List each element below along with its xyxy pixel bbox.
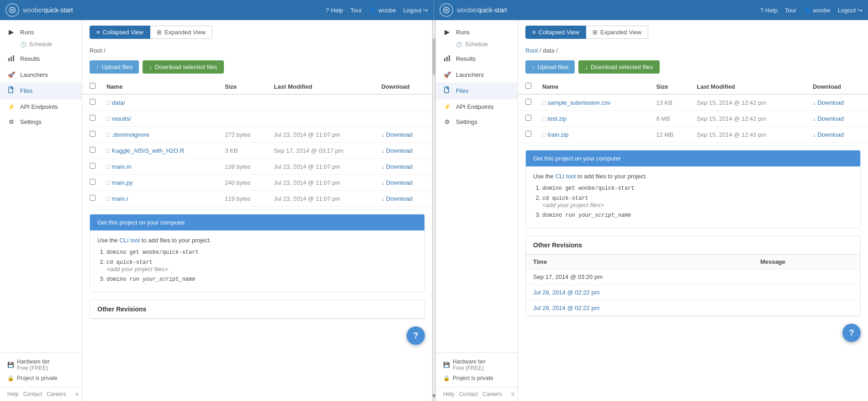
lock-icon-right: 🔒 [443, 375, 450, 381]
cli-tool-link-right[interactable]: CLI tool [555, 173, 576, 180]
sidebar-item-runs-left[interactable]: ▶ Runs [0, 24, 82, 40]
footer-contact-left[interactable]: Contact [23, 391, 42, 397]
file-link[interactable]: main.py [112, 179, 133, 186]
nav-tour-right[interactable]: Tour [785, 7, 796, 14]
nav-tour-left[interactable]: Tour [350, 7, 362, 14]
sidebar-item-launchers-right[interactable]: 🚀 Launchers [436, 67, 518, 82]
file-link[interactable]: sample_submission.csv [548, 99, 610, 106]
revision-row: Sep 17, 2014 @ 03:20 pm [526, 269, 860, 285]
footer-help-left[interactable]: Help [7, 391, 19, 397]
download-sel-btn-right[interactable]: ↓ Download selected files [578, 60, 659, 74]
file-link[interactable]: Kaggle_AfSIS_with_H2O.R [112, 147, 184, 154]
col-name-left: Name [101, 79, 219, 94]
cli-tool-link-left[interactable]: CLI tool [119, 237, 140, 244]
sidebar-item-settings-left[interactable]: ⚙ Settings [0, 114, 82, 129]
help-bubble-left[interactable]: ? [407, 326, 425, 345]
menu-icon-right[interactable]: ≡ [511, 391, 514, 397]
file-link[interactable]: test.zip [548, 115, 566, 122]
nav-help-right[interactable]: ? Help [760, 7, 778, 14]
api-label-right: API Endpoints [456, 103, 493, 110]
nav-logout-left[interactable]: Logout ↪ [403, 7, 428, 14]
file-link[interactable]: train.zip [548, 131, 569, 138]
runs-label-left: Runs [20, 29, 34, 36]
file-size: 119 bytes [219, 191, 268, 207]
schedule-icon-left: 🕐 [20, 42, 26, 48]
download-link[interactable]: ↓ Download [813, 131, 863, 138]
file-icon: □ [542, 99, 546, 106]
upload-btn-left[interactable]: ↑ Upload files [90, 60, 139, 74]
nav-logout-right[interactable]: Logout ↪ [838, 7, 863, 14]
file-link[interactable]: main.m [112, 163, 132, 170]
nav-user-right[interactable]: 👤 woobe [804, 7, 830, 14]
rev-time-link[interactable]: Jul 28, 2014 @ 02:22 pm [533, 289, 599, 296]
select-all-checkbox-right[interactable] [525, 83, 531, 89]
row-checkbox[interactable] [90, 131, 95, 137]
brand-name-left: quick-start [43, 6, 73, 14]
sidebar-sub-schedule-right[interactable]: 🕐 Schedule [436, 40, 518, 50]
project-private-left: 🔒 Project is private [7, 375, 74, 381]
sidebar-sub-schedule-left[interactable]: 🕐 Schedule [0, 40, 82, 50]
help-bubble-right[interactable]: ? [842, 324, 861, 342]
footer-help-right[interactable]: Help [443, 391, 455, 397]
sidebar-item-files-right[interactable]: Files [436, 82, 518, 99]
download-link[interactable]: ↓ Download [381, 179, 427, 186]
collapsed-view-btn-left[interactable]: ≡ Collapsed View [90, 26, 150, 39]
logo-icon-left [9, 6, 16, 14]
sidebar-item-api-right[interactable]: ⚡ API Endpoints [436, 99, 518, 114]
settings-label-right: Settings [456, 118, 477, 125]
scroll-thumb[interactable] [433, 38, 435, 75]
row-checkbox[interactable] [90, 115, 95, 121]
file-link[interactable]: .dominoignore [112, 131, 149, 138]
rev-message [753, 285, 860, 300]
footer-careers-left[interactable]: Careers [47, 391, 66, 397]
row-checkbox[interactable] [90, 147, 95, 153]
row-checkbox[interactable] [525, 115, 531, 121]
download-sel-label-left: Download selected files [155, 64, 217, 70]
rev-time-link[interactable]: Jul 28, 2014 @ 02:22 pm [533, 305, 599, 311]
footer-contact-right[interactable]: Contact [459, 391, 478, 397]
download-link[interactable]: ↓ Download [813, 99, 863, 106]
download-link[interactable]: ↓ Download [381, 131, 427, 138]
menu-icon-left[interactable]: ≡ [75, 391, 79, 397]
download-link[interactable]: ↓ Download [381, 147, 427, 154]
cli-header-text-right: Get this project on your computer [533, 155, 621, 162]
download-link[interactable]: ↓ Download [381, 163, 427, 170]
action-bar-right: ↑ Upload files ↓ Download selected files [518, 59, 868, 79]
file-link[interactable]: results/ [112, 115, 131, 122]
revisions-box-left: Other Revisions [90, 299, 425, 319]
upload-btn-right[interactable]: ↑ Upload files [525, 60, 575, 74]
brand-left[interactable]: woobe/quick-start [23, 6, 73, 14]
file-link[interactable]: data/ [112, 99, 125, 106]
nav-user-left[interactable]: 👤 woobe [369, 7, 396, 14]
sidebar-item-api-left[interactable]: ⚡ API Endpoints [0, 99, 82, 114]
file-link[interactable]: main.r [112, 195, 128, 202]
sidebar-item-results-left[interactable]: Results [0, 50, 82, 67]
row-checkbox[interactable] [90, 195, 95, 201]
expanded-view-btn-right[interactable]: ⊞ Expanded View [586, 26, 648, 39]
brand-right[interactable]: woobe/quick-start [457, 6, 507, 14]
file-icon: □ [542, 131, 546, 138]
collapsed-view-btn-right[interactable]: ≡ Collapsed View [525, 26, 586, 39]
hardware-value-left: Free (FREE) [17, 365, 50, 371]
download-link[interactable]: ↓ Download [381, 195, 427, 202]
select-all-checkbox-left[interactable] [90, 83, 95, 89]
expanded-view-btn-left[interactable]: ⊞ Expanded View [150, 26, 212, 39]
settings-icon-right: ⚙ [443, 118, 451, 125]
row-checkbox[interactable] [525, 131, 531, 137]
sidebar-item-launchers-left[interactable]: 🚀 Launchers [0, 67, 82, 82]
nav-help-left[interactable]: ? Help [326, 7, 343, 14]
row-checkbox[interactable] [90, 99, 95, 105]
row-checkbox[interactable] [525, 99, 531, 105]
row-checkbox[interactable] [90, 179, 95, 185]
row-checkbox[interactable] [90, 163, 95, 169]
sidebar-item-results-right[interactable]: Results [436, 50, 518, 67]
download-sel-btn-left[interactable]: ↓ Download selected files [143, 60, 223, 74]
breadcrumb-root-link-right[interactable]: Root [525, 47, 538, 54]
download-link[interactable]: ↓ Download [813, 115, 863, 122]
sidebar-item-files-left[interactable]: Files [0, 82, 82, 99]
sidebar-item-runs-right[interactable]: ▶ Runs [436, 24, 518, 40]
launchers-icon-left: 🚀 [7, 71, 16, 78]
sidebar-item-settings-right[interactable]: ⚙ Settings [436, 114, 518, 129]
footer-careers-right[interactable]: Careers [482, 391, 502, 397]
folder-icon: □ [106, 115, 110, 122]
